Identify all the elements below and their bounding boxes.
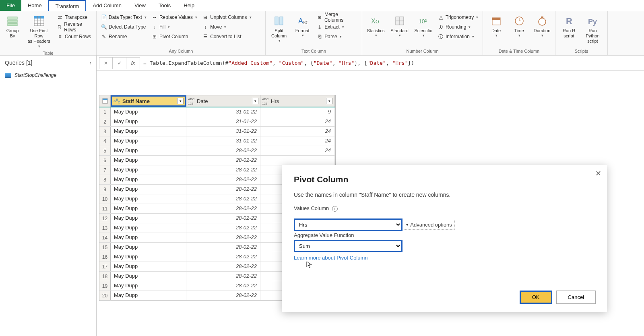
- aggregate-function-select[interactable]: Sum: [294, 240, 402, 252]
- cell-staff[interactable]: May Dupp: [111, 233, 186, 242]
- replacevalues-button[interactable]: ↔Replace Values▾: [150, 13, 199, 22]
- cell-date[interactable]: 31-01-22: [186, 117, 260, 126]
- cell-date[interactable]: 28-02-22: [186, 291, 260, 300]
- cell-date[interactable]: 28-02-22: [186, 214, 260, 223]
- formula-input[interactable]: = Table.ExpandTableColumn(#"Added Custom…: [140, 58, 644, 68]
- unpivot-button[interactable]: ⊟Unpivot Columns▾: [200, 13, 253, 22]
- table-row[interactable]: 1May Dupp31-01-229: [99, 107, 335, 117]
- column-header-staffname[interactable]: ABC Staff Name ▾: [111, 95, 186, 107]
- menu-transform[interactable]: Transform: [48, 0, 87, 11]
- cell-date[interactable]: 31-01-22: [186, 136, 260, 146]
- cell-staff[interactable]: May Dupp: [111, 262, 186, 271]
- ok-button[interactable]: OK: [520, 291, 552, 304]
- row-number[interactable]: 5: [99, 146, 111, 155]
- cell-hrs[interactable]: 24: [260, 136, 334, 146]
- cell-staff[interactable]: May Dupp: [111, 272, 186, 281]
- column-header-hrs[interactable]: ABC123 Hrs ▾: [260, 95, 334, 107]
- cell-hrs[interactable]: 9: [260, 107, 334, 117]
- cell-date[interactable]: 28-02-22: [186, 281, 260, 291]
- cell-date[interactable]: 28-02-22: [186, 252, 260, 262]
- info-icon[interactable]: i: [332, 206, 338, 212]
- row-number[interactable]: 3: [99, 127, 111, 136]
- groupby-button[interactable]: Group By: [2, 13, 23, 40]
- row-number[interactable]: 10: [99, 194, 111, 204]
- datatype-button[interactable]: 📄Data Type: Text▾: [99, 13, 148, 22]
- menu-view[interactable]: View: [128, 0, 152, 11]
- cell-hrs[interactable]: 24: [260, 127, 334, 136]
- cell-date[interactable]: 28-02-22: [186, 204, 260, 213]
- pivotcolumn-button[interactable]: ⊞Pivot Column: [150, 32, 199, 41]
- row-number[interactable]: 7: [99, 165, 111, 175]
- row-number[interactable]: 12: [99, 214, 111, 223]
- cell-date[interactable]: 28-02-22: [186, 194, 260, 204]
- row-number[interactable]: 13: [99, 223, 111, 233]
- menu-tools[interactable]: Tools: [152, 0, 177, 11]
- scientific-button[interactable]: 10² Scientific▾: [412, 13, 434, 39]
- usefirstrow-button[interactable]: Use First Row as Headers▾: [24, 13, 54, 50]
- detecttype-button[interactable]: 🔍Detect Data Type: [99, 23, 148, 31]
- duration-button[interactable]: Duration▾: [531, 13, 553, 39]
- cancel-formula-button[interactable]: ✕: [99, 57, 113, 69]
- table-row[interactable]: 3May Dupp31-01-2224: [99, 127, 335, 136]
- transpose-button[interactable]: ⇄Transpose: [55, 13, 94, 22]
- cell-hrs[interactable]: 24: [260, 146, 334, 155]
- cell-staff[interactable]: May Dupp: [111, 146, 186, 155]
- table-options-button[interactable]: [99, 95, 111, 107]
- cell-staff[interactable]: May Dupp: [111, 165, 186, 175]
- query-item[interactable]: StartStopChallenge: [0, 70, 96, 80]
- cell-staff[interactable]: May Dupp: [111, 204, 186, 213]
- cell-staff[interactable]: May Dupp: [111, 136, 186, 146]
- row-number[interactable]: 1: [99, 107, 111, 117]
- row-number[interactable]: 15: [99, 243, 111, 252]
- converttolist-button[interactable]: ☰Convert to List: [200, 32, 253, 41]
- cell-staff[interactable]: May Dupp: [111, 156, 186, 165]
- cell-staff[interactable]: May Dupp: [111, 117, 186, 126]
- splitcolumn-button[interactable]: Split Column▾: [268, 13, 290, 45]
- information-button[interactable]: ⓘInformation▾: [436, 32, 480, 41]
- advanced-options-toggle[interactable]: Advanced options: [404, 220, 454, 230]
- reverserows-button[interactable]: ⇅Reverse Rows: [55, 23, 94, 31]
- statistics-button[interactable]: Xσ Statistics▾: [365, 13, 387, 39]
- runr-button[interactable]: R Run R script: [558, 13, 580, 40]
- row-number[interactable]: 19: [99, 281, 111, 291]
- cell-date[interactable]: 28-02-22: [186, 156, 260, 165]
- cell-staff[interactable]: May Dupp: [111, 185, 186, 194]
- row-number[interactable]: 18: [99, 272, 111, 281]
- cell-staff[interactable]: May Dupp: [111, 291, 186, 300]
- filter-button[interactable]: ▾: [177, 98, 184, 104]
- column-header-date[interactable]: ABC123 Date ▾: [186, 95, 260, 107]
- cell-date[interactable]: 28-02-22: [186, 165, 260, 175]
- menu-file[interactable]: File: [0, 0, 21, 11]
- row-number[interactable]: 11: [99, 204, 111, 213]
- cell-staff[interactable]: May Dupp: [111, 214, 186, 223]
- standard-button[interactable]: Standard▾: [388, 13, 411, 39]
- extract-button[interactable]: ⤓Extract▾: [315, 23, 359, 31]
- table-row[interactable]: 6May Dupp28-02-22: [99, 156, 335, 165]
- row-number[interactable]: 14: [99, 233, 111, 242]
- close-button[interactable]: ✕: [595, 169, 601, 178]
- cell-staff[interactable]: May Dupp: [111, 281, 186, 291]
- cell-hrs[interactable]: [260, 156, 334, 165]
- cell-staff[interactable]: May Dupp: [111, 243, 186, 252]
- filter-button[interactable]: ▾: [326, 98, 332, 104]
- cancel-button[interactable]: Cancel: [556, 291, 596, 304]
- cell-staff[interactable]: May Dupp: [111, 175, 186, 184]
- cell-staff[interactable]: May Dupp: [111, 252, 186, 262]
- rename-button[interactable]: ✎Rename: [99, 32, 148, 41]
- cell-staff[interactable]: May Dupp: [111, 223, 186, 233]
- cell-date[interactable]: 28-02-22: [186, 185, 260, 194]
- cell-date[interactable]: 28-02-22: [186, 223, 260, 233]
- row-number[interactable]: 4: [99, 136, 111, 146]
- row-number[interactable]: 16: [99, 252, 111, 262]
- runpython-button[interactable]: Py Run Python script: [582, 13, 604, 46]
- cell-date[interactable]: 28-02-22: [186, 272, 260, 281]
- fx-button[interactable]: fx: [126, 57, 140, 69]
- cell-date[interactable]: 31-01-22: [186, 107, 260, 117]
- row-number[interactable]: 6: [99, 156, 111, 165]
- move-button[interactable]: ↕Move▾: [200, 23, 253, 31]
- cell-staff[interactable]: May Dupp: [111, 107, 186, 117]
- row-number[interactable]: 8: [99, 175, 111, 184]
- mergecolumns-button[interactable]: ⊕Merge Columns: [315, 13, 359, 22]
- trig-button[interactable]: △Trigonometry▾: [436, 13, 480, 22]
- menu-home[interactable]: Home: [21, 0, 48, 11]
